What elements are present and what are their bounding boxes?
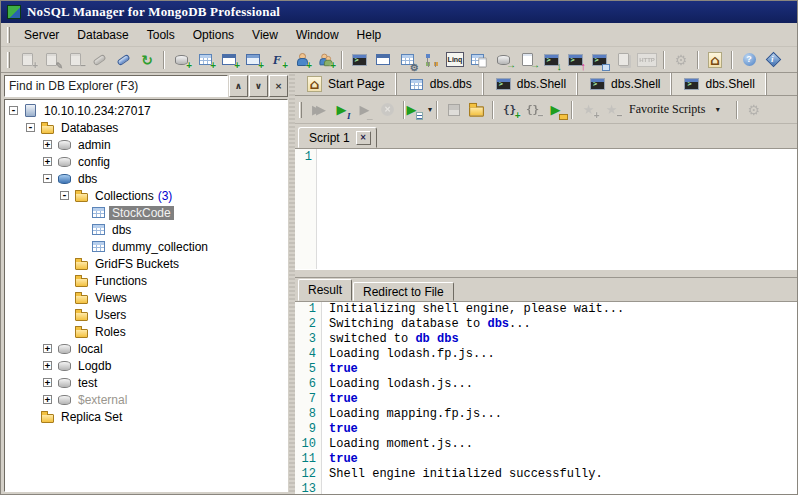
execute-to-cursor-button[interactable]: ▶_ — [353, 99, 376, 121]
open-document-viewer-button[interactable] — [371, 49, 395, 71]
disconnect-button[interactable] — [111, 49, 135, 71]
menu-database[interactable]: Database — [68, 25, 137, 45]
add-user-button[interactable]: + — [289, 49, 313, 71]
tab-dbs-dbs[interactable]: dbs.dbs — [397, 73, 484, 95]
tree-expand-toggle[interactable]: - — [60, 191, 69, 200]
export-documents-button[interactable]: → — [515, 49, 539, 71]
favorite-scripts-dropdown[interactable]: Favorite Scripts▾ — [623, 101, 732, 119]
register-server-edit-button[interactable]: ✎ — [39, 49, 63, 71]
tree-expand-toggle[interactable]: + — [43, 395, 52, 404]
tab-redirect-to-file[interactable]: Redirect to File — [353, 282, 454, 301]
tree-expand-toggle[interactable]: - — [26, 123, 35, 132]
tree-item-local[interactable]: +local — [5, 340, 287, 357]
tree-item-collections[interactable]: -Collections(3) — [5, 187, 287, 204]
tree-item-roles[interactable]: Roles — [5, 323, 287, 340]
shell-settings-button[interactable]: ⚙ — [742, 99, 765, 121]
close-script-tab-button[interactable]: × — [356, 131, 371, 145]
tree-item-dummy-collection[interactable]: dummy_collection — [5, 238, 287, 255]
tree-item-views[interactable]: Views — [5, 289, 287, 306]
tree-item-10-10-10-234-27017[interactable]: -10.10.10.234:27017 — [5, 102, 287, 119]
tree-expand-toggle[interactable]: + — [43, 378, 52, 387]
tree-expand-toggle[interactable]: + — [43, 361, 52, 370]
tree-item-logdb[interactable]: +Logdb — [5, 357, 287, 374]
tree-expand-toggle[interactable]: - — [9, 106, 18, 115]
menu-view[interactable]: View — [243, 25, 287, 45]
copy-collection-button[interactable] — [467, 49, 491, 71]
tree-item-stockcode[interactable]: StockCode — [5, 204, 287, 221]
tree-expand-toggle[interactable]: + — [43, 344, 52, 353]
help-button[interactable]: ? — [737, 49, 761, 71]
settings-button[interactable]: ⚙ — [669, 49, 693, 71]
tree-item-test[interactable]: +test — [5, 374, 287, 391]
add-function-button[interactable]: F+ — [265, 49, 289, 71]
stop-button[interactable]: ✕ — [376, 99, 399, 121]
tree-item-functions[interactable]: Functions — [5, 272, 287, 289]
menu-server[interactable]: Server — [15, 25, 68, 45]
tree-item-replica-set[interactable]: Replica Set — [5, 408, 287, 425]
execute-all-button[interactable]: ▶▶ — [307, 99, 330, 121]
tree-item-external[interactable]: +$external — [5, 391, 287, 408]
window-icon — [374, 51, 392, 69]
console-grid-button[interactable]: > — [587, 49, 611, 71]
insert-document-button[interactable]: {}+ — [498, 99, 521, 121]
add-role-button[interactable]: + — [313, 49, 337, 71]
console-export-button[interactable]: >↑ — [563, 49, 587, 71]
search-close-button[interactable]: × — [269, 75, 288, 97]
menu-window[interactable]: Window — [287, 25, 348, 45]
tree-item-users[interactable]: Users — [5, 306, 287, 323]
refresh-button[interactable]: ↻ — [135, 49, 159, 71]
tree-item-dbs[interactable]: -dbs — [5, 170, 287, 187]
script-editor[interactable]: 1 — [295, 148, 797, 269]
home-button[interactable]: ⌂ — [703, 49, 727, 71]
shell-output[interactable]: 1Initializing shell engine, please wait.… — [295, 301, 797, 494]
run-script-file-button[interactable]: ▶ — [544, 99, 567, 121]
add-view-button[interactable]: + — [217, 49, 241, 71]
tree-item-databases[interactable]: -Databases — [5, 119, 287, 136]
execute-button[interactable]: ▶I — [330, 99, 353, 121]
add-favorite-button[interactable]: ★+ — [577, 99, 600, 121]
menu-help[interactable]: Help — [348, 25, 391, 45]
connect-button[interactable] — [87, 49, 111, 71]
tree-item-gridfs-buckets[interactable]: GridFS Buckets — [5, 255, 287, 272]
menu-tools[interactable]: Tools — [138, 25, 184, 45]
schema-analyzer-button[interactable] — [419, 49, 443, 71]
add-database-button[interactable]: + — [169, 49, 193, 71]
register-server-remove-button[interactable]: − — [63, 49, 87, 71]
tree-item-dbs[interactable]: dbs — [5, 221, 287, 238]
tab-script-1[interactable]: Script 1× — [298, 127, 377, 148]
database-export-icon: → — [494, 51, 512, 69]
add-collection-button[interactable]: + — [193, 49, 217, 71]
open-script-button[interactable] — [465, 99, 488, 121]
tree-expand-toggle[interactable]: + — [43, 140, 52, 149]
tree-expand-toggle[interactable]: - — [43, 174, 52, 183]
console-import-button[interactable]: >↓ — [539, 49, 563, 71]
tab-dbs-shell-2[interactable]: >dbs.Shell — [578, 73, 672, 95]
save-script-button[interactable] — [442, 99, 465, 121]
http-button[interactable]: HTTP — [635, 49, 659, 71]
db-explorer-tree[interactable]: -10.10.10.234:27017-Databases+admin+conf… — [4, 99, 288, 492]
add-gridfs-bucket-button[interactable]: + — [241, 49, 265, 71]
tab-result[interactable]: Result — [298, 279, 352, 301]
search-previous-button[interactable]: ∧ — [229, 75, 248, 97]
menu-options[interactable]: Options — [184, 25, 243, 45]
tab-start-page[interactable]: ⌂Start Page — [295, 73, 397, 95]
table-settings-button[interactable]: ⚙ — [395, 49, 419, 71]
editor-body[interactable] — [317, 149, 797, 269]
find-in-db-explorer-input[interactable] — [4, 75, 228, 97]
search-next-button[interactable]: ∨ — [249, 75, 268, 97]
result-splitter[interactable] — [295, 269, 797, 278]
tree-item-config[interactable]: +config — [5, 153, 287, 170]
tab-dbs-shell-1[interactable]: >dbs.Shell — [484, 73, 578, 95]
copy-button[interactable] — [611, 49, 635, 71]
tree-expand-toggle[interactable]: + — [43, 157, 52, 166]
tab-dbs-shell-3[interactable]: >dbs.Shell — [672, 73, 766, 95]
linq-query-button[interactable]: Linq — [443, 49, 467, 71]
remove-document-button[interactable]: {}− — [521, 99, 544, 121]
register-server-add-button[interactable]: + — [15, 49, 39, 71]
execute-options-button[interactable]: ▶▾ — [409, 99, 432, 121]
export-database-button[interactable]: → — [491, 49, 515, 71]
about-button[interactable]: i — [761, 49, 785, 71]
tree-item-admin[interactable]: +admin — [5, 136, 287, 153]
open-shell-button[interactable]: > — [347, 49, 371, 71]
remove-favorite-button[interactable]: ★− — [600, 99, 623, 121]
